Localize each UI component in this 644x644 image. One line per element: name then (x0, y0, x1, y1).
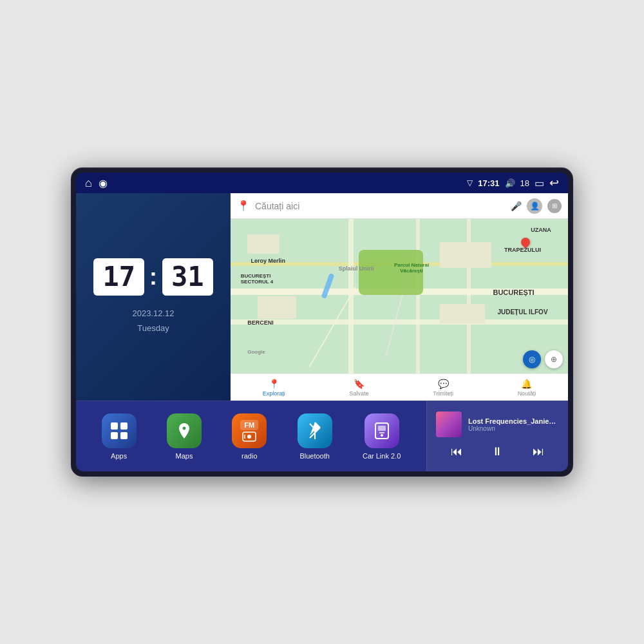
home-icon[interactable]: ⌂ (85, 176, 92, 190)
saved-icon: 🔖 (354, 379, 365, 389)
app-carlink[interactable]: Car Link 2.0 (363, 413, 401, 460)
play-pause-button[interactable]: ⏸ (485, 442, 509, 461)
nav-saved[interactable]: 🔖 Salvate (350, 379, 369, 397)
battery-icon: ▭ (535, 177, 544, 189)
svg-rect-13 (378, 426, 386, 431)
sector4-label: BUCUREȘTISECTORUL 4 (241, 273, 273, 285)
nav-explore[interactable]: 📍 Explorați (263, 379, 285, 397)
clock-date: 2023.12.12 (132, 306, 174, 321)
nav-send[interactable]: 💬 Trimiteți (433, 379, 453, 397)
clock-hours: 17 (93, 258, 144, 296)
svg-point-14 (381, 434, 383, 437)
signal-icon: ▽ (467, 178, 473, 187)
user-avatar[interactable]: 👤 (527, 198, 542, 214)
music-title: Lost Frequencies_Janieck Devy-... (468, 417, 559, 425)
status-bar: ⌂ ◉ ▽ 17:31 🔊 18 ▭ ↩ (76, 173, 568, 193)
back-icon[interactable]: ↩ (549, 176, 559, 190)
clock-date-info: 2023.12.12 Tuesday (132, 306, 174, 336)
map-searchbar[interactable]: 📍 Căutați aici 🎤 👤 ⊞ (231, 193, 568, 219)
svg-rect-0 (111, 422, 118, 430)
uzana-label: UZANA (531, 227, 551, 233)
trapezului-label: TRAPEZULUI (504, 247, 541, 253)
bluetooth-label: Bluetooth (299, 452, 329, 460)
location-button[interactable]: ◎ (523, 350, 541, 368)
music-info: Lost Frequencies_Janieck Devy-... Unknow… (436, 412, 559, 437)
time-display: 17:31 (478, 178, 499, 188)
app-maps[interactable]: Maps (167, 413, 202, 460)
news-icon: 🔔 (521, 379, 532, 389)
status-left-icons: ⌂ ◉ (85, 176, 108, 190)
music-thumbnail (436, 412, 462, 437)
main-content: 17 : 31 2023.12.12 Tuesday 📍 Căutați aic… (76, 193, 568, 471)
saved-label: Salvate (350, 390, 369, 397)
carlink-label: Car Link 2.0 (363, 452, 401, 460)
clock-display: 17 : 31 (93, 258, 213, 296)
location-icon[interactable]: ◉ (99, 177, 108, 189)
bucuresti-label: BUCUREȘTI (493, 289, 534, 296)
prev-button[interactable]: ⏮ (444, 442, 469, 461)
carlink-icon-wrap (365, 413, 399, 448)
map-search-placeholder[interactable]: Căutați aici (255, 201, 506, 211)
app-apps[interactable]: Apps (102, 413, 137, 460)
radio-label: radio (242, 452, 257, 460)
splaiul-label: Splaiul Unirii (339, 265, 374, 272)
music-controls: ⏮ ⏸ ⏭ (436, 442, 559, 461)
map-view[interactable]: Parcul NaturalVăcărești UZANA TRAPEZULUI… (231, 219, 568, 374)
device-screen: ⌂ ◉ ▽ 17:31 🔊 18 ▭ ↩ 17 : (76, 173, 568, 471)
clock-minutes: 31 (162, 258, 213, 296)
svg-rect-1 (120, 422, 128, 430)
status-right-info: ▽ 17:31 🔊 18 ▭ ↩ (467, 176, 559, 190)
battery-level: 18 (520, 178, 529, 188)
map-panel[interactable]: 📍 Căutați aici 🎤 👤 ⊞ (231, 193, 568, 401)
car-display-unit: ⌂ ◉ ▽ 17:31 🔊 18 ▭ ↩ 17 : (71, 167, 573, 477)
next-button[interactable]: ⏭ (526, 442, 551, 461)
svg-rect-2 (111, 432, 118, 439)
top-row: 17 : 31 2023.12.12 Tuesday 📍 Căutați aic… (76, 193, 568, 401)
park-label: Parcul NaturalVăcărești (386, 262, 437, 274)
send-icon: 💬 (438, 379, 449, 389)
app-bluetooth[interactable]: Bluetooth (298, 413, 332, 460)
bottom-row: Apps Maps FM (76, 401, 568, 471)
map-bottom-nav: 📍 Explorați 🔖 Salvate 💬 Trimiteți � (231, 374, 568, 401)
volume-icon: 🔊 (505, 178, 515, 188)
svg-point-5 (247, 435, 251, 439)
maps-icon-wrap (167, 413, 202, 448)
berceni-label: BERCENI (247, 319, 274, 326)
music-text: Lost Frequencies_Janieck Devy-... Unknow… (468, 417, 559, 432)
music-artist: Unknown (468, 425, 559, 432)
maps-label: Maps (176, 452, 193, 460)
explore-label: Explorați (263, 390, 285, 397)
maps-logo-icon: 📍 (237, 200, 250, 212)
bluetooth-icon-wrap (298, 413, 332, 448)
radio-icon-wrap: FM (232, 413, 267, 448)
compass-icon[interactable]: ⊕ (545, 350, 563, 368)
news-label: Noutăți (518, 390, 536, 397)
ilfov-label: JUDEȚUL ILFOV (497, 308, 547, 316)
music-player: Lost Frequencies_Janieck Devy-... Unknow… (426, 401, 568, 471)
explore-icon: 📍 (269, 379, 279, 389)
grid-icon[interactable]: ⊞ (547, 199, 562, 213)
nav-news[interactable]: 🔔 Noutăți (518, 379, 536, 397)
clock-colon: : (149, 265, 157, 289)
google-label: Google (247, 349, 265, 355)
send-label: Trimiteți (433, 390, 453, 397)
music-thumb-inner (436, 412, 462, 437)
apps-icon-wrap (102, 413, 137, 448)
clock-panel: 17 : 31 2023.12.12 Tuesday (76, 193, 231, 401)
clock-day: Tuesday (132, 321, 174, 336)
apps-label: Apps (111, 452, 127, 460)
svg-rect-3 (120, 432, 128, 439)
apps-section: Apps Maps FM (76, 401, 426, 471)
app-radio[interactable]: FM radio (232, 413, 267, 460)
mic-icon[interactable]: 🎤 (511, 201, 522, 211)
leroy-label: Leroy Merlin (251, 258, 285, 264)
